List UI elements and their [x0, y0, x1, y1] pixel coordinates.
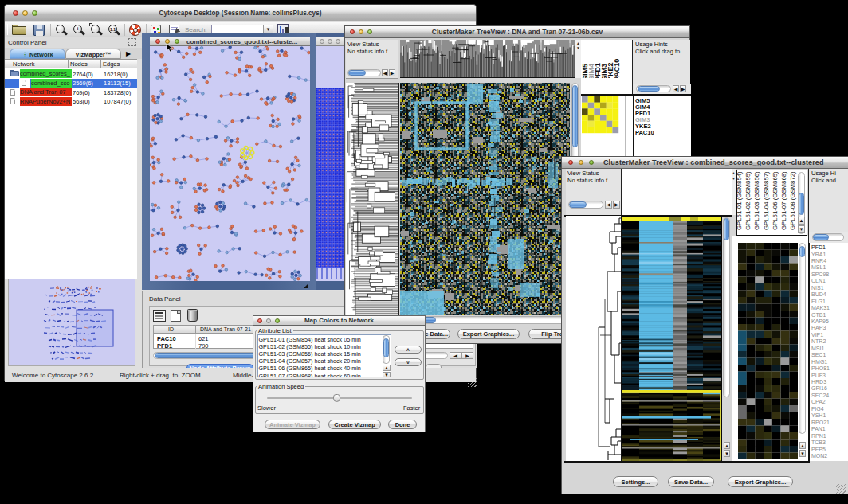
svg-text:GPL51-01 (GSM854): GPL51-01 (GSM854) — [737, 171, 743, 230]
svg-text:GPL51-02 (GSM855): GPL51-02 (GSM855) — [744, 171, 752, 230]
svg-text:GPL51-04 (GSM857): GPL51-04 (GSM857) — [763, 171, 770, 230]
svg-text:GPL51-03 (GSM856): GPL51-03 (GSM856) — [753, 171, 760, 230]
svg-text:GPL51-06 (GSM865): GPL51-06 (GSM865) — [771, 171, 779, 230]
svg-text:GPL51-08 (GSM872): GPL51-08 (GSM872) — [789, 171, 796, 230]
svg-text:GPL51-07 (GSM868): GPL51-07 (GSM868) — [780, 171, 787, 230]
